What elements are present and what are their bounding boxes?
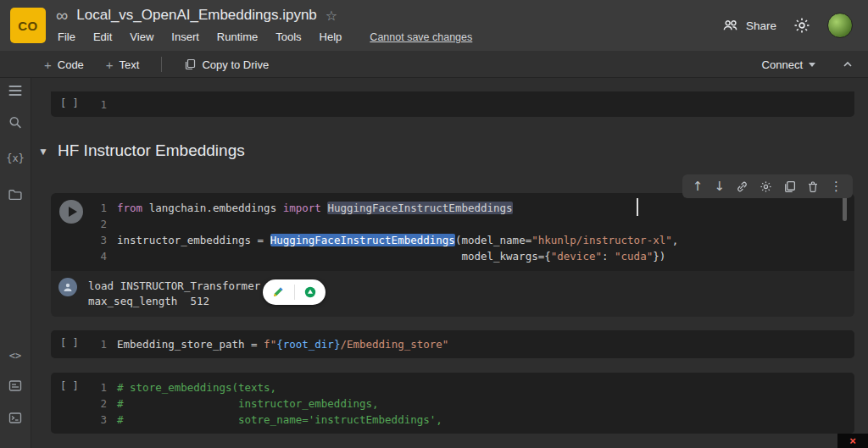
notebook-title[interactable]: Local_vs_OpenAI_Embeddings.ipynb bbox=[76, 7, 317, 24]
menu-tools[interactable]: Tools bbox=[275, 30, 301, 43]
search-icon[interactable] bbox=[8, 115, 23, 130]
notebook-toolbar: + Code + Text Copy to Drive Connect bbox=[0, 51, 868, 78]
inline-popup bbox=[263, 279, 326, 305]
link-icon[interactable] bbox=[736, 180, 748, 193]
cell-prompt: [ ] bbox=[60, 97, 79, 109]
toolbar-right: Connect bbox=[762, 51, 854, 78]
cell-toolbar: ↑ ↓ ⋮ bbox=[682, 174, 853, 198]
move-cell-down-icon[interactable]: ↓ bbox=[714, 180, 725, 193]
executed-by-avatar bbox=[58, 278, 77, 296]
toolbar-left: + Code + Text Copy to Drive bbox=[44, 51, 269, 78]
add-text-label: Text bbox=[120, 58, 140, 71]
code-cell-partial[interactable]: [ ] 1 bbox=[51, 91, 854, 117]
copy-to-drive-button[interactable]: Copy to Drive bbox=[184, 58, 269, 71]
terminal-icon[interactable] bbox=[8, 412, 22, 424]
title-row: ∞ Local_vs_OpenAI_Embeddings.ipynb ☆ bbox=[56, 4, 337, 26]
colab-window: CO ∞ Local_vs_OpenAI_Embeddings.ipynb ☆ … bbox=[0, 0, 868, 448]
share-people-icon bbox=[722, 19, 739, 32]
collapse-header-chevron-up-icon[interactable] bbox=[841, 58, 854, 71]
header-right: Share bbox=[722, 13, 853, 38]
output-line: max_seq_length 512 bbox=[88, 294, 260, 309]
variables-icon[interactable]: {x} bbox=[6, 152, 25, 164]
menu-help[interactable]: Help bbox=[320, 30, 342, 43]
cell-settings-gear-icon[interactable] bbox=[760, 180, 772, 193]
close-icon[interactable]: × bbox=[849, 435, 856, 446]
colab-logo[interactable]: CO bbox=[10, 8, 46, 43]
person-icon bbox=[63, 282, 73, 292]
cell-prompt: [ ] bbox=[60, 380, 79, 392]
code-editor[interactable]: 1# store_embeddings(texts,2# instructor_… bbox=[90, 379, 843, 428]
star-icon[interactable]: ☆ bbox=[326, 8, 337, 24]
connect-button[interactable]: Connect bbox=[762, 58, 815, 71]
section-title[interactable]: HF Instructor Embeddings bbox=[58, 141, 245, 160]
share-label: Share bbox=[746, 19, 776, 32]
menu-edit[interactable]: Edit bbox=[93, 30, 112, 43]
run-cell-button[interactable] bbox=[59, 200, 83, 224]
menu-bar: File Edit View Insert Runtime Tools Help… bbox=[58, 30, 472, 43]
corner-strip: × bbox=[837, 434, 868, 448]
code-editor[interactable]: 1Embedding_store_path = f"{root_dir}/Emb… bbox=[90, 336, 843, 352]
header: CO ∞ Local_vs_OpenAI_Embeddings.ipynb ☆ … bbox=[0, 0, 868, 51]
move-cell-up-icon[interactable]: ↑ bbox=[693, 180, 704, 193]
add-code-button[interactable]: + Code bbox=[44, 58, 84, 71]
table-of-contents-icon[interactable] bbox=[9, 83, 22, 98]
menu-file[interactable]: File bbox=[58, 30, 75, 43]
more-actions-icon[interactable]: ⋮ bbox=[830, 180, 843, 193]
code-cell-instructor[interactable]: 1from langchain.embeddings import Huggin… bbox=[51, 193, 854, 271]
cell-scrollbar-thumb[interactable] bbox=[843, 196, 847, 221]
text-cursor bbox=[637, 198, 638, 216]
save-status-link[interactable]: Cannot save changes bbox=[370, 31, 472, 43]
code-cell-store-path[interactable]: [ ] 1Embedding_store_path = f"{root_dir}… bbox=[51, 330, 854, 358]
command-palette-icon[interactable] bbox=[8, 379, 22, 392]
plus-icon: + bbox=[106, 58, 114, 71]
code-cell-store-embeddings[interactable]: [ ] 1# store_embeddings(texts,2# instruc… bbox=[51, 373, 854, 434]
code-editor[interactable]: 1 bbox=[90, 97, 843, 113]
left-sidebar-rail: {x} <> bbox=[0, 78, 31, 448]
cell-prompt: [ ] bbox=[60, 337, 79, 349]
chevron-down-icon bbox=[809, 63, 815, 67]
mirror-cell-icon[interactable] bbox=[783, 180, 796, 193]
user-avatar[interactable] bbox=[827, 13, 853, 38]
toolbar-divider bbox=[161, 57, 162, 72]
delete-cell-trash-icon[interactable] bbox=[807, 180, 819, 193]
add-text-button[interactable]: + Text bbox=[106, 58, 140, 71]
popup-circle-button[interactable] bbox=[294, 279, 326, 305]
settings-gear-icon[interactable] bbox=[793, 17, 810, 34]
files-folder-icon[interactable] bbox=[8, 188, 23, 201]
section-collapse-icon[interactable]: ▼ bbox=[38, 146, 48, 158]
popup-pen-button[interactable] bbox=[263, 279, 294, 305]
add-code-label: Code bbox=[58, 58, 84, 71]
menu-view[interactable]: View bbox=[130, 30, 153, 43]
menu-insert[interactable]: Insert bbox=[171, 30, 199, 43]
output-text: load INSTRUCTOR_Transformer max_seq_leng… bbox=[88, 279, 260, 309]
plus-icon: + bbox=[44, 58, 52, 71]
output-line: load INSTRUCTOR_Transformer bbox=[88, 279, 260, 294]
copy-to-drive-label: Copy to Drive bbox=[202, 58, 269, 71]
colorful-pen-icon bbox=[271, 285, 285, 299]
connect-label: Connect bbox=[762, 58, 803, 71]
copy-icon bbox=[184, 58, 196, 70]
code-editor[interactable]: 1from langchain.embeddings import Huggin… bbox=[90, 200, 843, 264]
cell-output-area: load INSTRUCTOR_Transformer max_seq_leng… bbox=[51, 271, 854, 317]
green-circle-icon bbox=[303, 285, 317, 299]
notebook-icon: ∞ bbox=[56, 7, 68, 24]
share-button[interactable]: Share bbox=[722, 19, 776, 32]
play-icon bbox=[69, 207, 77, 217]
code-snippets-icon[interactable]: <> bbox=[9, 350, 21, 362]
menu-runtime[interactable]: Runtime bbox=[217, 30, 258, 43]
colab-logo-text: CO bbox=[18, 19, 38, 33]
